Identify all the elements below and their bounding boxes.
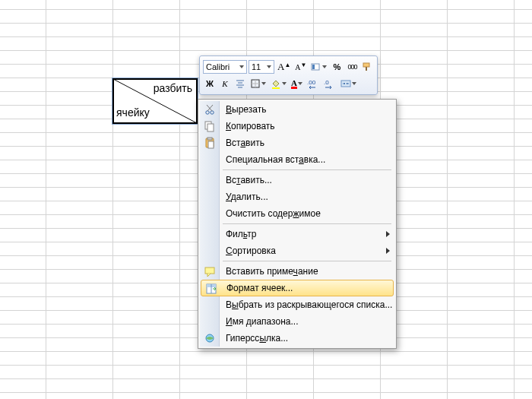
decrease-decimal-button[interactable]: .00 [306, 76, 321, 91]
align-center-icon [235, 78, 245, 89]
shrink-font-button[interactable]: A▼ [293, 59, 308, 74]
menu-item-insert-comment[interactable]: Вставить примечание [200, 263, 394, 280]
mini-toolbar: Calibri 11 A▲ A▼ % 000 Ж К [199, 55, 378, 95]
font-size-value: 11 [252, 62, 261, 71]
menu-item-clear[interactable]: Очистить содержимое [200, 205, 394, 222]
svg-text:.0: .0 [324, 79, 329, 86]
copy-icon [203, 119, 217, 133]
svg-rect-3 [363, 63, 369, 67]
menu-item-delete[interactable]: Удалить... [200, 188, 394, 205]
svg-point-16 [206, 111, 209, 114]
chevron-down-icon [282, 82, 287, 85]
format-painter-button[interactable] [360, 59, 374, 74]
svg-rect-4 [366, 67, 367, 71]
accounting-format-button[interactable] [309, 59, 328, 74]
svg-rect-2 [312, 65, 315, 69]
svg-rect-23 [207, 138, 212, 140]
decrease-decimal-icon: .00 [307, 78, 319, 89]
grow-font-button[interactable]: A▲ [276, 59, 292, 74]
italic-button[interactable]: К [218, 76, 232, 91]
menu-item-label: Формат ячеек... [226, 283, 293, 293]
svg-line-19 [207, 105, 212, 111]
comma-style-button[interactable]: 000 [345, 59, 359, 74]
chevron-down-icon [267, 65, 271, 68]
svg-rect-12 [272, 87, 280, 89]
borders-icon [250, 78, 261, 89]
scissors-icon [203, 103, 217, 116]
merge-cells-button[interactable] [339, 76, 358, 91]
comment-icon [203, 264, 217, 278]
merge-icon [340, 78, 351, 89]
chevron-down-icon [322, 65, 327, 68]
svg-point-17 [211, 111, 214, 114]
increase-decimal-icon: .0 [324, 78, 336, 89]
submenu-arrow-icon [386, 248, 390, 254]
bold-button[interactable]: Ж [203, 76, 217, 91]
svg-line-18 [207, 105, 213, 111]
menu-item-format-cells[interactable]: Формат ячеек... [201, 280, 394, 296]
globe-link-icon [203, 331, 217, 345]
menu-item-hyperlink[interactable]: Гиперссылка... [200, 330, 394, 347]
svg-rect-24 [208, 141, 214, 148]
bucket-icon [271, 78, 281, 89]
context-menu: Вырезать Копировать Вставить Специальная… [198, 99, 397, 349]
menu-item-range-name[interactable]: Имя диапазона... [200, 313, 394, 330]
submenu-arrow-icon [386, 231, 390, 237]
paste-icon [203, 136, 217, 150]
font-name-value: Calibri [206, 62, 230, 71]
svg-text:.00: .00 [307, 79, 316, 86]
borders-button[interactable] [249, 76, 268, 91]
menu-item-paste-special[interactable]: Специальная вставка... [200, 151, 394, 168]
menu-item-insert[interactable]: Вставить... [200, 172, 394, 188]
selected-merged-cell[interactable]: разбить ячейку [112, 78, 198, 124]
font-name-combo[interactable]: Calibri [203, 60, 247, 74]
paintbrush-icon [362, 62, 372, 72]
chevron-down-icon [298, 82, 302, 85]
fill-color-button[interactable] [269, 76, 288, 91]
cell-text-top: разбить [154, 82, 192, 94]
menu-item-paste[interactable]: Вставить [200, 135, 394, 151]
chevron-down-icon [239, 65, 244, 68]
percent-button[interactable]: % [330, 59, 344, 74]
menu-item-pick-from-list[interactable]: Выбрать из раскрывающегося списка... [200, 296, 394, 313]
currency-icon [311, 62, 321, 72]
svg-rect-21 [207, 124, 214, 131]
menu-item-copy[interactable]: Копировать [200, 118, 394, 135]
font-size-combo[interactable]: 11 [249, 60, 274, 74]
menu-item-filter[interactable]: Фильтр [200, 226, 394, 242]
svg-rect-25 [205, 268, 214, 274]
svg-rect-15 [341, 81, 350, 87]
increase-decimal-button[interactable]: .0 [322, 76, 337, 91]
cell-text-bottom: ячейку [116, 106, 150, 119]
chevron-down-icon [261, 82, 266, 85]
menu-item-cut[interactable]: Вырезать [200, 101, 394, 118]
center-align-button[interactable] [233, 76, 247, 91]
menu-item-sort[interactable]: Сортировка [200, 242, 394, 259]
format-cells-icon [204, 282, 218, 296]
chevron-down-icon [352, 82, 356, 85]
font-color-button[interactable]: A [290, 76, 304, 91]
